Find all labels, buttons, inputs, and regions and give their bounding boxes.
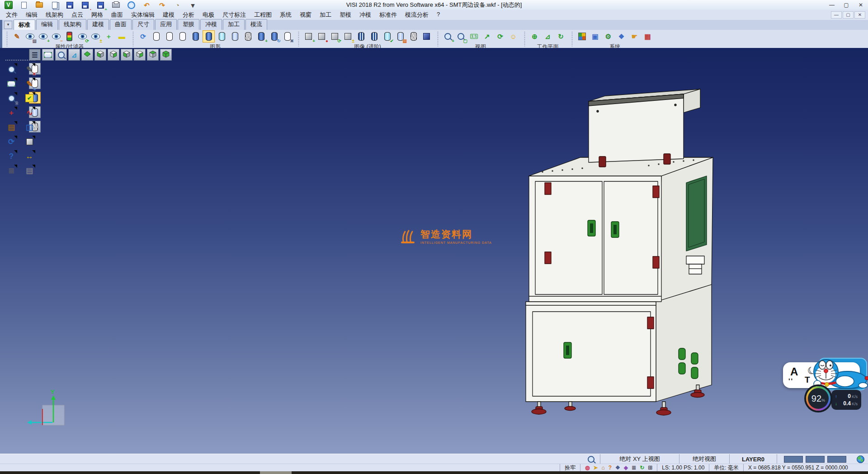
shaded-edges-cylinder-icon-button[interactable] — [203, 30, 215, 43]
close-button[interactable]: ✕ — [854, 0, 868, 10]
menu-item-曲面[interactable]: 曲面 — [107, 10, 127, 20]
layer-swatch-3[interactable] — [827, 456, 846, 463]
tab-overflow-caret[interactable]: ▾ — [4, 21, 12, 29]
copy-pages-icon-button[interactable] — [48, 0, 61, 11]
transparent-cylinder-icon-button[interactable] — [216, 30, 228, 43]
undo-icon-button[interactable]: ↶ — [141, 0, 153, 11]
status-record-icon[interactable]: ◍ — [585, 465, 590, 470]
image-settings-icon-button[interactable]: ▣ — [589, 30, 601, 43]
status-pointer-icon[interactable]: ➤ — [593, 465, 598, 470]
layer-swatch-2[interactable] — [806, 456, 825, 463]
show-all-icon-button[interactable]: + — [103, 30, 115, 43]
regenerate-icon-button[interactable]: ⟳ — [137, 30, 149, 43]
menu-item-视窗[interactable]: 视窗 — [296, 10, 316, 20]
shade-cube-icon-button[interactable] — [24, 136, 35, 147]
tab-尺寸[interactable]: 尺寸 — [132, 19, 154, 30]
save-as-icon-button[interactable]: ▴ — [79, 0, 91, 11]
tab-应用[interactable]: 应用 — [155, 19, 177, 30]
striped-cylinder-icon-button[interactable] — [355, 30, 367, 43]
status-help-icon[interactable]: ? — [609, 465, 612, 470]
wireframe-cylinder-icon-button[interactable] — [150, 30, 162, 43]
palette-list-icon-button[interactable]: ≣ — [5, 165, 17, 176]
canvas-menu-icon-button[interactable]: ☰ — [29, 49, 41, 61]
model-viewport[interactable]: ☰⊿ ✎✕✎∿±✔+∿▤◫⟳?↔≣▤ 智造资料网 INTELLIGENT MAN… — [0, 48, 868, 454]
tab-编辑[interactable]: 编辑 — [36, 19, 58, 30]
view-iso-back-icon-button[interactable] — [160, 49, 172, 61]
copy-attributes-icon-button[interactable]: ▤ — [24, 30, 36, 43]
view-face-icon-button[interactable]: ☺ — [507, 30, 519, 43]
tab-标准[interactable]: 标准 — [14, 19, 35, 30]
menu-item-建模[interactable]: 建模 — [159, 10, 179, 20]
note-page-icon-button[interactable]: ▤ — [24, 165, 35, 176]
qa-menu-caret-button[interactable]: ▾ — [187, 0, 199, 11]
maximize-button[interactable]: ▢ — [839, 0, 854, 10]
save-icon-button[interactable] — [64, 0, 76, 11]
ucs-axis-icon-button[interactable]: + — [5, 107, 17, 118]
validate-cylinder-icon-button[interactable]: ✔ — [381, 30, 393, 43]
status-list-icon[interactable]: ≣ — [632, 465, 636, 470]
views-filter-icon-button[interactable]: ● — [316, 30, 328, 43]
pan-view-icon-button[interactable]: ↗ — [481, 30, 493, 43]
status-grid-icon[interactable]: ⊞ — [648, 465, 652, 470]
memory-percent-badge[interactable]: 92 % — [806, 386, 830, 411]
filter-traffic-light-icon-button[interactable] — [63, 30, 75, 43]
help-query-icon-button[interactable]: ? — [5, 150, 17, 162]
status-rotate-icon[interactable]: ↻ — [640, 465, 644, 470]
views-toggle-icon-button[interactable]: ± — [342, 30, 354, 43]
modify-attributes-icon-button[interactable]: ✎ — [11, 30, 23, 43]
network-status[interactable] — [853, 454, 868, 464]
measure-distance-icon-button[interactable]: ↔ — [24, 150, 35, 162]
shaded-cube-icon-button[interactable] — [420, 30, 433, 43]
tab-模流[interactable]: 模流 — [245, 19, 267, 30]
menu-item-塑模[interactable]: 塑模 — [335, 10, 355, 20]
refresh-view-icon-button[interactable]: ⟳ — [5, 136, 17, 147]
layer-swatch-1[interactable] — [784, 456, 803, 463]
scale-1-1-icon-button[interactable]: 1:1 — [468, 30, 480, 43]
workplane-origin-icon-button[interactable]: ⊕ — [528, 30, 541, 43]
hatched-cylinder-icon-button[interactable] — [242, 30, 254, 43]
status-prism-icon[interactable]: ◈ — [624, 465, 628, 470]
view-iso-icon-button[interactable] — [147, 49, 159, 61]
cylinder-settings-icon-button[interactable]: ✖ — [281, 30, 293, 43]
tab-塑膜[interactable]: 塑膜 — [178, 19, 199, 30]
active-layer-indicator[interactable]: LAYER0 — [729, 454, 777, 464]
zoom-window-icon-button[interactable]: ▢ — [455, 30, 467, 43]
statusbar-search[interactable] — [582, 454, 600, 464]
zoom-plus-icon-button[interactable]: + — [442, 30, 454, 43]
status-home-icon[interactable]: ⌂ — [601, 465, 604, 470]
window-config-icon-button[interactable]: ❖ — [615, 30, 627, 43]
minimize-button[interactable]: — — [825, 0, 839, 10]
edit-curve-icon-button[interactable]: ∿ — [24, 107, 35, 118]
open-file-icon-button[interactable] — [33, 0, 45, 11]
window-panes-icon-button[interactable]: ◫ — [24, 121, 35, 133]
menu-item-电极[interactable]: 电极 — [198, 10, 218, 20]
rotate-view-icon-button[interactable]: ⟳ — [494, 30, 506, 43]
dashed-cylinder-icon-button[interactable] — [176, 30, 189, 43]
tab-加工[interactable]: 加工 — [223, 19, 245, 30]
preview-icon-button[interactable] — [125, 0, 137, 11]
layer-books-icon-button[interactable]: ▤ — [5, 121, 17, 133]
view-left-icon-button[interactable] — [121, 49, 132, 61]
refresh-visibility-icon-button[interactable]: ⟳ — [76, 30, 89, 43]
menu-item-系统[interactable]: 系统 — [276, 10, 296, 20]
menu-item-编辑[interactable]: 编辑 — [22, 10, 42, 20]
zoom-dynamic-icon-button[interactable]: ± — [5, 92, 17, 104]
hidden-line-cylinder-icon-button[interactable] — [163, 30, 175, 43]
fit-view-icon-button[interactable] — [5, 78, 17, 90]
doc-restore-button[interactable]: ▢ — [843, 11, 854, 19]
workplane-rotate-icon-button[interactable]: ↻ — [555, 30, 567, 43]
shaded-plane-icon-button[interactable] — [42, 49, 54, 61]
tab-建模[interactable]: 建模 — [87, 19, 109, 30]
view-top-icon-button[interactable] — [81, 49, 93, 61]
status-cube-icon[interactable]: ❖ — [615, 465, 620, 470]
view-back-icon-button[interactable] — [108, 49, 119, 61]
tab-线架构[interactable]: 线架构 — [59, 19, 86, 30]
menu-item-线架构[interactable]: 线架构 — [42, 10, 67, 20]
menu-item-尺寸标注[interactable]: 尺寸标注 — [218, 10, 250, 20]
sketch-spline-icon-button[interactable]: ✎∿ — [24, 78, 35, 90]
ghost-cylinder-icon-button[interactable] — [229, 30, 241, 43]
hide-all-icon-button[interactable]: ▬ — [116, 30, 128, 43]
menu-item-标准件[interactable]: 标准件 — [375, 10, 401, 20]
absolute-view-indicator[interactable]: 绝对视图 — [679, 454, 729, 464]
menu-item-分析[interactable]: 分析 — [179, 10, 198, 20]
